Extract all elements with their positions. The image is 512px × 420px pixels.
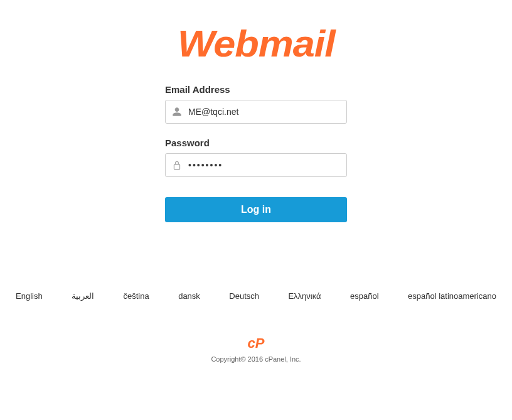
lang-english[interactable]: English — [16, 291, 43, 301]
copyright-text: Copyright© 2016 cPanel, Inc. — [211, 355, 301, 363]
webmail-logo: Webmail — [178, 22, 335, 65]
lock-icon — [166, 160, 188, 170]
login-form: Email Address Password — [165, 84, 347, 222]
lang-greek[interactable]: Ελληνικά — [288, 291, 321, 301]
password-label: Password — [165, 137, 347, 148]
lang-spanish-la[interactable]: español latinoamericano — [408, 291, 496, 301]
login-button[interactable]: Log in — [165, 197, 347, 222]
lang-arabic[interactable]: العربية — [72, 291, 94, 301]
lang-spanish[interactable]: español — [350, 291, 379, 301]
password-input-wrap[interactable] — [165, 153, 347, 177]
lang-german[interactable]: Deutsch — [229, 291, 259, 301]
email-label: Email Address — [165, 84, 347, 95]
lang-czech[interactable]: čeština — [124, 291, 149, 301]
password-input[interactable] — [188, 154, 346, 176]
language-list: English العربية čeština dansk Deutsch Ελ… — [0, 291, 512, 301]
svg-rect-0 — [174, 164, 179, 170]
user-icon — [166, 107, 188, 117]
footer: cP Copyright© 2016 cPanel, Inc. — [211, 335, 301, 363]
lang-danish[interactable]: dansk — [178, 291, 200, 301]
email-input[interactable] — [188, 100, 346, 123]
cpanel-logo: cP — [211, 335, 301, 352]
email-input-wrap[interactable] — [165, 100, 347, 124]
